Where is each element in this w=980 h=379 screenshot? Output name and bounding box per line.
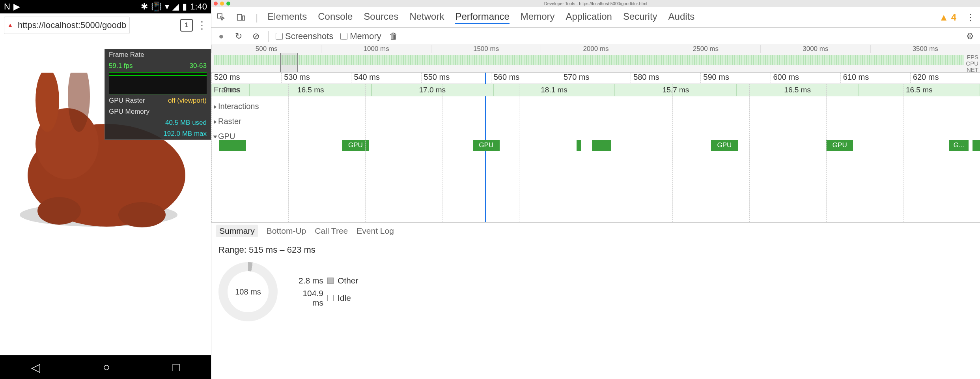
- bluetooth-icon: ✱: [141, 2, 148, 12]
- frame-cell[interactable]: 17.0 ms: [371, 84, 493, 96]
- tab-elements[interactable]: Elements: [267, 10, 307, 24]
- screenshots-checkbox[interactable]: Screenshots: [276, 31, 333, 41]
- gpu-block[interactable]: [599, 140, 611, 151]
- fps-hud: Frame Rate 59.1 fps30-63 GPU Rasteroff (…: [105, 49, 211, 140]
- svg-rect-7: [218, 13, 222, 18]
- gpu-block[interactable]: GPU: [826, 140, 853, 151]
- hud-fps-range: 30-63: [190, 62, 207, 70]
- insecure-warning-icon[interactable]: ▲: [7, 22, 13, 29]
- devtools-main-tabs: | ElementsConsoleSourcesNetworkPerforman…: [211, 7, 980, 28]
- traffic-min-icon[interactable]: [220, 2, 224, 6]
- details-tab-event-log[interactable]: Event Log: [357, 226, 394, 236]
- gpu-block[interactable]: G...: [949, 140, 969, 151]
- devtools-window: Developer Tools - https://localhost:5000…: [211, 0, 980, 379]
- overview-selection[interactable]: [280, 53, 298, 72]
- gpu-block[interactable]: [238, 140, 246, 151]
- memory-checkbox[interactable]: Memory: [340, 31, 381, 41]
- frame-cell[interactable]: 18.1 ms: [493, 84, 615, 96]
- summary-range: Range: 515 ms – 623 ms: [218, 245, 973, 255]
- overview-net-label: NET: [967, 66, 978, 73]
- record-button[interactable]: ●: [216, 31, 226, 41]
- frames-track-label[interactable]: Frames: [214, 85, 241, 94]
- time-tick: 570 ms: [561, 73, 631, 83]
- window-title: Developer Tools - https://localhost:5000…: [544, 1, 648, 6]
- hud-framerate-title: Frame Rate: [109, 51, 144, 59]
- svg-rect-9: [243, 16, 245, 20]
- hud-gpumem-used: 40.5 MB used: [165, 119, 207, 127]
- hud-gpuraster-title: GPU Raster: [109, 97, 145, 105]
- tab-application[interactable]: Application: [566, 10, 612, 24]
- clear-button[interactable]: ⊘: [251, 31, 261, 41]
- overview-fps-label: FPS: [967, 54, 978, 60]
- warnings-badge[interactable]: ▲ 4: [939, 12, 956, 23]
- gpu-block[interactable]: GPU: [473, 140, 500, 151]
- frame-cell[interactable]: 16.5 ms: [737, 84, 859, 96]
- frame-cell[interactable]: 16.5 ms: [250, 84, 371, 96]
- gpu-block[interactable]: [973, 140, 980, 151]
- device-toolbar-icon[interactable]: [236, 12, 246, 23]
- svg-point-5: [37, 197, 81, 225]
- time-tick: 540 ms: [351, 73, 421, 83]
- overview-activity: [214, 55, 964, 65]
- url-input[interactable]: [4, 17, 130, 34]
- kebab-menu-icon[interactable]: ⋮: [197, 19, 207, 32]
- summary-pane: Range: 515 ms – 623 ms 108 ms 2.8 msOthe…: [211, 239, 980, 327]
- time-tick: 620 ms: [910, 73, 980, 83]
- hud-gpumem-max: 192.0 MB max: [163, 130, 207, 138]
- overview-tick: 2500 ms: [651, 45, 760, 53]
- time-tick: 560 ms: [491, 73, 561, 83]
- raster-track-label[interactable]: Raster: [214, 117, 241, 126]
- frame-cell[interactable]: 15.7 ms: [615, 84, 737, 96]
- nav-back-icon[interactable]: ◁: [31, 360, 40, 374]
- gpu-block[interactable]: [577, 140, 581, 151]
- overview-tick: 2000 ms: [541, 45, 650, 53]
- garbage-collect-icon[interactable]: 🗑: [388, 31, 399, 41]
- tab-switcher-button[interactable]: 1: [180, 19, 193, 32]
- traffic-max-icon[interactable]: [226, 2, 230, 6]
- devtools-menu-icon[interactable]: ⋮: [966, 12, 975, 23]
- details-tab-summary[interactable]: Summary: [216, 225, 258, 237]
- overview-tick: 1500 ms: [431, 45, 541, 53]
- hud-gpuraster-value: off (viewport): [168, 97, 207, 105]
- gpu-block[interactable]: GPU: [711, 140, 738, 151]
- svg-point-6: [118, 202, 166, 227]
- tab-performance[interactable]: Performance: [455, 10, 509, 24]
- traffic-close-icon[interactable]: [214, 2, 218, 6]
- details-tab-call-tree[interactable]: Call Tree: [315, 226, 348, 236]
- notif-n-icon: N: [4, 2, 10, 12]
- flamechart-pane[interactable]: 520 ms530 ms540 ms550 ms560 ms570 ms580 …: [211, 73, 980, 223]
- mac-titlebar: Developer Tools - https://localhost:5000…: [211, 0, 980, 7]
- android-nav-bar: ◁ ○ □: [0, 355, 211, 379]
- vibrate-icon: 📳: [151, 2, 162, 12]
- summary-donut-chart: 108 ms: [218, 262, 278, 321]
- overview-cpu-label: CPU: [966, 60, 978, 67]
- tab-console[interactable]: Console: [318, 10, 353, 24]
- time-tick: 550 ms: [421, 73, 491, 83]
- time-tick: 600 ms: [771, 73, 840, 83]
- notif-play-icon: ▶: [13, 2, 20, 12]
- frame-cell[interactable]: 16.5 ms: [858, 84, 980, 96]
- overview-tick: 3000 ms: [760, 45, 870, 53]
- reload-record-button[interactable]: ↻: [233, 31, 244, 41]
- interactions-track-label[interactable]: Interactions: [214, 102, 259, 111]
- tab-network[interactable]: Network: [409, 10, 444, 24]
- time-tick: 610 ms: [840, 73, 910, 83]
- tab-memory[interactable]: Memory: [521, 10, 555, 24]
- hud-gpumem-title: GPU Memory: [109, 108, 149, 116]
- settings-gear-icon[interactable]: ⚙: [965, 31, 975, 41]
- inspect-element-icon[interactable]: [216, 12, 226, 23]
- signal-icon: ◢: [172, 2, 179, 12]
- android-status-bar: N ▶ ✱ 📳 ▾ ◢ ▮ 1:40: [0, 0, 211, 13]
- overview-pane[interactable]: 500 ms1000 ms1500 ms2000 ms2500 ms3000 m…: [211, 45, 980, 73]
- nav-recent-icon[interactable]: □: [173, 360, 180, 374]
- legend-row: 104.9 msIdle: [292, 289, 358, 308]
- tab-audits[interactable]: Audits: [668, 10, 695, 24]
- hud-fps-graph: [109, 72, 207, 94]
- tab-security[interactable]: Security: [623, 10, 657, 24]
- details-tab-bottom-up[interactable]: Bottom-Up: [267, 226, 306, 236]
- time-tick: 530 ms: [281, 73, 351, 83]
- overview-tick: 500 ms: [211, 45, 321, 53]
- tab-sources[interactable]: Sources: [364, 10, 398, 24]
- nav-home-icon[interactable]: ○: [103, 360, 110, 374]
- clock: 1:40: [190, 2, 207, 12]
